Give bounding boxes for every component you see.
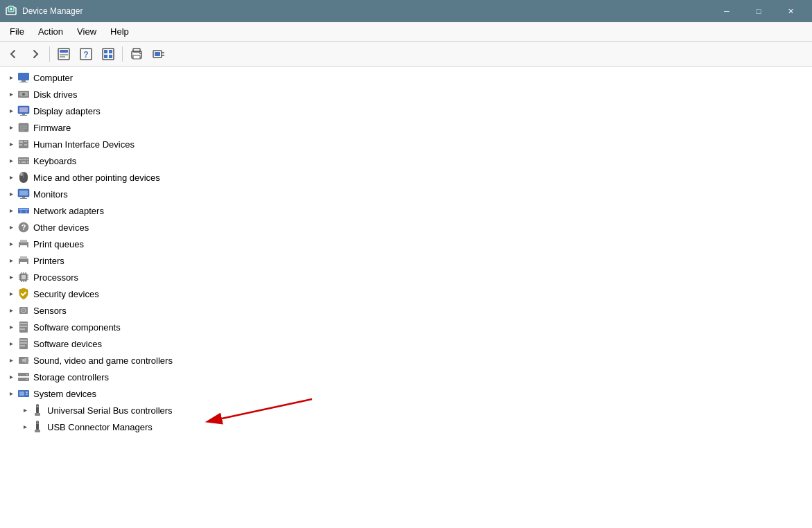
scan-button[interactable] [148, 44, 169, 64]
svg-rect-41 [18, 157, 29, 164]
chevron-icon [6, 122, 17, 133]
device-icon-disk [17, 87, 31, 101]
svg-rect-51 [20, 173, 23, 176]
toolbar-sep-2 [122, 46, 123, 62]
svg-rect-43 [21, 159, 24, 160]
svg-rect-13 [109, 55, 112, 58]
properties-button[interactable] [53, 44, 74, 64]
tree-item-storage[interactable]: Storage controllers [0, 369, 812, 385]
svg-point-17 [139, 53, 141, 54]
device-tree[interactable]: Computer Disk drives Display adapters Fi… [0, 67, 812, 528]
maximize-button[interactable]: □ [743, 0, 775, 22]
tree-item-firmware[interactable]: Firmware [0, 119, 812, 136]
tree-item-label: Network adapters [33, 206, 104, 216]
svg-rect-16 [133, 55, 140, 59]
chevron-icon [6, 139, 17, 150]
device-icon-network [17, 204, 31, 218]
tree-item-software-components[interactable]: Software components [0, 319, 812, 335]
menu-view[interactable]: View [70, 24, 103, 39]
device-icon-security [17, 287, 31, 301]
svg-point-84 [23, 310, 24, 311]
svg-rect-69 [21, 275, 26, 279]
tree-item-disk-drives[interactable]: Disk drives [0, 86, 812, 103]
svg-point-100 [26, 374, 28, 376]
help-button[interactable]: ? [76, 44, 96, 64]
svg-point-101 [26, 379, 28, 380]
device-icon-sensor [17, 303, 31, 317]
menu-bar: File Action View Help [0, 22, 812, 42]
chevron-icon [6, 222, 17, 233]
tree-item-other[interactable]: ? Other devices [0, 219, 812, 236]
device-icon-sound [17, 353, 31, 367]
tree-item-label: Computer [33, 73, 73, 83]
tree-item-label: Security devices [33, 289, 99, 299]
svg-text:?: ? [21, 223, 26, 231]
svg-text:?: ? [83, 50, 88, 60]
svg-rect-86 [20, 323, 27, 324]
svg-point-2 [10, 8, 12, 10]
chevron-icon [6, 105, 17, 116]
chevron-icon [6, 388, 17, 399]
show-hidden-button[interactable] [98, 44, 119, 64]
svg-rect-38 [24, 141, 27, 142]
tree-item-hid[interactable]: Human Interface Devices [0, 136, 812, 152]
device-icon-softcomp [17, 320, 31, 334]
minimize-button[interactable]: ─ [711, 0, 743, 22]
chevron-icon [6, 322, 17, 333]
svg-rect-29 [19, 107, 28, 112]
tree-item-mice[interactable]: Mice and other pointing devices [0, 169, 812, 186]
menu-action[interactable]: Action [31, 24, 70, 39]
chevron-icon [6, 72, 17, 83]
device-icon-computer [17, 71, 31, 85]
tree-item-usb-conn[interactable]: USB Connector Managers [0, 419, 812, 435]
chevron-icon [6, 188, 17, 200]
tree-item-sound[interactable]: Sound, video and game controllers [0, 352, 812, 369]
svg-rect-91 [20, 342, 27, 344]
tree-item-printers[interactable]: Printers [0, 252, 812, 269]
svg-rect-92 [20, 345, 25, 346]
svg-rect-57 [19, 209, 28, 210]
tree-item-network[interactable]: Network adapters [0, 202, 812, 219]
tree-item-security[interactable]: Security devices [0, 285, 812, 302]
chevron-icon [6, 288, 17, 299]
svg-rect-107 [35, 413, 40, 416]
svg-rect-53 [19, 191, 28, 195]
tree-item-label: Universal Serial Bus controllers [47, 405, 173, 416]
tree-item-processors[interactable]: Processors [0, 269, 812, 285]
svg-rect-88 [20, 328, 25, 330]
svg-rect-48 [27, 161, 28, 163]
svg-rect-42 [19, 159, 21, 160]
tree-item-label: Human Interface Devices [33, 139, 135, 150]
svg-rect-37 [19, 141, 23, 143]
svg-rect-10 [104, 50, 107, 53]
chevron-icon [6, 338, 17, 349]
device-icon-firmware [17, 121, 31, 134]
tree-item-system[interactable]: System devices [0, 385, 812, 402]
tree-item-software-devices[interactable]: Software devices [0, 335, 812, 352]
device-icon-display [17, 104, 31, 118]
tree-item-sensors[interactable]: Sensors [0, 302, 812, 319]
tree-item-print-queues[interactable]: Print queues [0, 236, 812, 252]
chevron-icon [6, 205, 17, 216]
menu-file[interactable]: File [3, 24, 31, 39]
svg-point-27 [22, 93, 25, 96]
svg-rect-67 [20, 262, 27, 265]
svg-rect-23 [21, 80, 26, 82]
tree-item-label: Disk drives [33, 89, 78, 100]
main-content: Computer Disk drives Display adapters Fi… [0, 67, 812, 528]
menu-help[interactable]: Help [103, 24, 136, 39]
back-button[interactable] [3, 44, 24, 64]
device-icon-keyboard [17, 154, 31, 168]
tree-item-usb[interactable]: Universal Serial Bus controllers [0, 402, 812, 419]
svg-rect-22 [18, 73, 29, 80]
tree-item-computer[interactable]: Computer [0, 69, 812, 86]
tree-item-monitors[interactable]: Monitors [0, 186, 812, 202]
close-button[interactable]: ✕ [775, 0, 806, 22]
forward-button[interactable] [25, 44, 46, 64]
print-button[interactable] [126, 44, 147, 64]
svg-rect-111 [35, 430, 40, 432]
tree-item-label: Software devices [33, 339, 102, 349]
tree-item-display-adapters[interactable]: Display adapters [0, 103, 812, 119]
title-bar: Device Manager ─ □ ✕ [0, 0, 812, 22]
tree-item-keyboards[interactable]: Keyboards [0, 152, 812, 169]
